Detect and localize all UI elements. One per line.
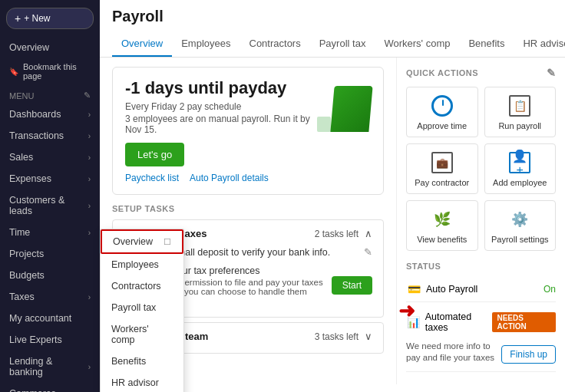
sidebar-item-commerce[interactable]: Commerce › [0, 383, 100, 392]
payday-manual-note: 3 employees are on manual payroll. Run i… [125, 114, 317, 135]
tab-employees[interactable]: Employees [172, 31, 240, 57]
tab-overview[interactable]: Overview [112, 31, 172, 57]
automated-taxes-desc: We need more info to pay and file your t… [406, 341, 501, 364]
auto-payroll-status: On [544, 284, 556, 295]
start-button[interactable]: Start [332, 276, 372, 295]
payday-graphic [317, 78, 371, 132]
chevron-icon: › [88, 175, 91, 183]
auto-payroll-details-link[interactable]: Auto Payroll details [190, 173, 269, 183]
new-button[interactable]: + New [6, 8, 94, 29]
chevron-icon: › [88, 110, 91, 119]
sidebar-menu-section: MENU ✎ [0, 84, 100, 104]
sidebar-item-projects[interactable]: Projects [0, 243, 100, 265]
dropdown-item-payroll-tax[interactable]: Payroll tax [101, 297, 183, 318]
sidebar-item-sales[interactable]: Sales › [0, 147, 100, 168]
task-taxes-count: 2 tasks left [315, 229, 358, 239]
finish-up-button[interactable]: Finish up [501, 345, 556, 364]
chevron-icon: › [88, 132, 91, 140]
page-title: Payroll [112, 8, 553, 25]
tab-contractors[interactable]: Contractors [240, 31, 310, 57]
tab-workers-comp[interactable]: Workers' comp [375, 31, 459, 57]
settings-icon: ⚙️ [507, 207, 532, 232]
dropdown-item-hr-advisor[interactable]: HR advisor [101, 372, 183, 392]
payday-headline: -1 days until payday [125, 78, 317, 98]
dropdown-item-benefits[interactable]: Benefits [101, 351, 183, 372]
payday-card: -1 days until payday Every Friday 2 pay … [112, 67, 384, 195]
quick-action-payroll-settings[interactable]: ⚙️ Payroll settings [484, 200, 557, 251]
clock-icon [430, 94, 454, 118]
contractor-icon: 💼 [430, 150, 454, 175]
status-automated-taxes: 📊 Automated taxes NEEDS ACTION We need m… [406, 307, 556, 372]
status-auto-payroll: 💳 Auto Payroll On [406, 277, 556, 302]
quick-actions-header: QUICK ACTIONS ✎ [406, 67, 556, 79]
page-header: Payroll Overview Employees Contractors P… [100, 0, 565, 58]
dropdown-item-overview[interactable]: Overview ☐ [101, 229, 183, 254]
chevron-icon: › [88, 363, 91, 371]
quick-action-approve-time[interactable]: Approve time [406, 87, 478, 137]
quick-action-view-benefits[interactable]: 🌿 View benefits [406, 200, 478, 251]
nav-tabs: Overview Employees Contractors Payroll t… [112, 31, 553, 57]
payroll-dropdown-menu: Overview ☐ Employees Contractors Payroll… [100, 229, 184, 392]
quick-action-run-payroll[interactable]: 📋 Run payroll [484, 87, 557, 137]
automated-taxes-row: 📊 Automated taxes NEEDS ACTION [406, 307, 556, 338]
chevron-icon: › [88, 229, 91, 237]
lets-go-button[interactable]: Let's go [125, 143, 184, 166]
dropdown-item-employees[interactable]: Employees [101, 254, 183, 275]
quick-action-pay-contractor[interactable]: 💼 Pay contractor [406, 143, 478, 194]
sidebar-item-lending[interactable]: Lending & banking › [0, 351, 100, 383]
chevron-icon: › [88, 202, 91, 210]
menu-edit-icon[interactable]: ✎ [84, 91, 91, 100]
paycheck-list-link[interactable]: Paycheck list [125, 173, 179, 183]
sidebar-item-overview[interactable]: Overview [0, 37, 100, 58]
quick-actions-edit-icon[interactable]: ✎ [547, 67, 557, 79]
benefits-icon: 🌿 [430, 207, 454, 232]
sidebar-item-live-experts[interactable]: Live Experts [0, 329, 100, 351]
sidebar-item-time[interactable]: Time › [0, 222, 100, 243]
dropdown-item-contractors[interactable]: Contractors [101, 275, 183, 297]
sidebar: + New Overview Bookmark this page MENU ✎… [0, 0, 100, 392]
sidebar-item-budgets[interactable]: Budgets [0, 265, 100, 286]
quick-actions-grid: Approve time 📋 Run payroll 💼 Pay contrac… [406, 87, 556, 251]
sidebar-item-taxes[interactable]: Taxes › [0, 286, 100, 308]
chevron-icon: › [88, 153, 91, 162]
setup-tasks-label: SETUP TASKS [112, 204, 384, 213]
payday-links: Paycheck list Auto Payroll details [125, 173, 317, 183]
subtask-bank-edit-icon[interactable]: ✎ [364, 246, 372, 258]
right-panel: QUICK ACTIONS ✎ Approve time 📋 Run payro… [396, 58, 565, 384]
auto-payroll-icon: 💳 [406, 282, 421, 297]
sidebar-item-my-accountant[interactable]: My accountant [0, 308, 100, 329]
sidebar-item-transactions[interactable]: Transactions › [0, 125, 100, 147]
sidebar-bookmark[interactable]: Bookmark this page [0, 58, 100, 84]
tab-payroll-tax[interactable]: Payroll tax [310, 31, 375, 57]
payroll-icon: 📋 [507, 94, 532, 118]
overview-checkbox-icon: ☐ [164, 237, 171, 247]
payday-card-text: -1 days until payday Every Friday 2 pay … [125, 78, 317, 183]
red-arrow-indicator: ➜ [398, 299, 415, 323]
add-employee-icon: 👤+ [507, 150, 532, 175]
task-team-count: 3 tasks left [315, 331, 358, 342]
tab-benefits[interactable]: Benefits [459, 31, 514, 57]
chevron-icon: › [88, 390, 91, 393]
dropdown-item-workers-comp[interactable]: Workers' comp [101, 318, 183, 351]
payday-schedule: Every Friday 2 pay schedule [125, 101, 317, 112]
status-header: STATUS [406, 262, 556, 271]
tab-hr-advisor[interactable]: HR advisor [514, 31, 565, 57]
sidebar-item-dashboards[interactable]: Dashboards › [0, 104, 100, 125]
task-taxes-collapse[interactable]: ∧ [365, 228, 372, 239]
quick-action-add-employee[interactable]: 👤+ Add employee [484, 143, 557, 194]
sidebar-item-customers[interactable]: Customers & leads › [0, 189, 100, 222]
task-team-expand[interactable]: ∨ [365, 331, 372, 342]
needs-action-badge: NEEDS ACTION [492, 312, 556, 332]
sidebar-item-expenses[interactable]: Expenses › [0, 168, 100, 189]
chevron-icon: › [88, 293, 91, 301]
